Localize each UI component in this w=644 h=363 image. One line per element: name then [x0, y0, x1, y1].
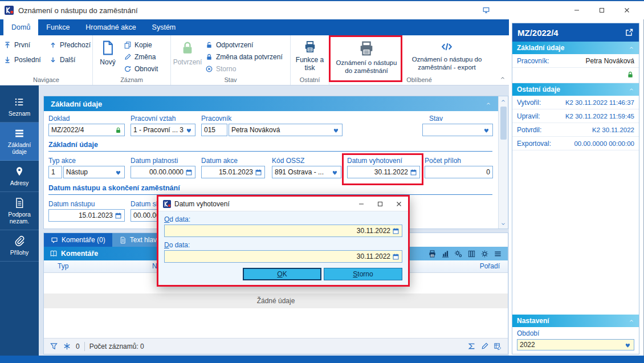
oznameni-print-button[interactable]: Oznámení o nástupu do zaměstnání	[332, 38, 401, 76]
sidebar-item-prilohy[interactable]: Přílohy	[0, 230, 39, 262]
functions-print-button[interactable]: Funkce a tisk	[292, 38, 328, 76]
next-button[interactable]: Další	[48, 55, 95, 65]
rp-section-ostatni[interactable]: Ostatní údaje	[512, 83, 639, 96]
text-document-icon	[119, 236, 127, 244]
copy-button[interactable]: Kopie	[123, 40, 159, 50]
kod-ossz-input[interactable]: 891 Ostrava - ...	[272, 166, 341, 178]
sidebar-item-seznam[interactable]: Seznam	[0, 91, 39, 123]
chevron-up-icon	[629, 87, 634, 92]
sum-icon[interactable]	[467, 342, 476, 350]
print-icon[interactable]	[428, 250, 437, 258]
asterisk-icon[interactable]	[63, 342, 71, 350]
pracovnik-name-input[interactable]: Petra Nováková	[229, 124, 343, 136]
minimize-button[interactable]	[564, 2, 589, 19]
pracovnik-code-input[interactable]: 015	[201, 124, 227, 136]
rp-row-pracovnik: Pracovník: Petra Nováková	[512, 54, 639, 68]
sidebar-item-zakladni-udaje[interactable]: Základní údaje	[0, 123, 39, 161]
app-window: Oznámení o nástupu do zaměstnání Domů Fu…	[0, 0, 644, 363]
column-typ[interactable]: Typ	[58, 262, 68, 270]
document-icon	[14, 197, 25, 209]
ribbon-group-oblibene: Oznámení o nástupu do zaměstnání Oznámen…	[329, 35, 509, 85]
pracovni-vztah-input[interactable]: 1 - Pracovní ... 31	[131, 124, 195, 136]
grid-edit-icon[interactable]	[494, 342, 502, 350]
dialog-maximize-button[interactable]	[370, 197, 389, 211]
calendar-icon[interactable]	[115, 212, 122, 219]
column-poradi[interactable]: Pořadí	[480, 262, 500, 270]
gears-icon[interactable]	[454, 250, 463, 258]
minimize-icon	[357, 200, 365, 208]
filter-funnel-icon[interactable]	[50, 342, 58, 350]
ribbon-collapse-button[interactable]	[500, 75, 506, 83]
lookup-icon[interactable]	[332, 127, 340, 134]
scroll-down-button[interactable]	[499, 219, 508, 229]
chart-icon[interactable]	[441, 250, 450, 258]
datum-platnosti-input[interactable]: 00.00.0000	[131, 166, 195, 178]
calendar-icon[interactable]	[255, 169, 262, 176]
calendar-icon[interactable]	[392, 227, 400, 235]
form-scrollbar[interactable]	[498, 96, 508, 229]
lookup-icon[interactable]	[185, 127, 193, 134]
previous-button[interactable]: Předchozí	[48, 40, 95, 50]
open-in-window-icon[interactable]	[625, 28, 634, 37]
od-data-input[interactable]: 30.11.2022	[164, 225, 402, 237]
tab-hromadne-akce[interactable]: Hromadné akce	[78, 19, 144, 35]
gear-icon[interactable]	[480, 250, 489, 258]
datum-akce-input[interactable]: 15.01.2023	[201, 166, 265, 178]
rp-section-zakladni[interactable]: Základní údaje	[512, 42, 639, 54]
pocet-priloh-input[interactable]: 0	[425, 166, 493, 178]
tab-domu[interactable]: Domů	[3, 19, 38, 35]
typ-akce-code-input[interactable]: 1	[48, 166, 62, 178]
datum-vyhotoveni-input[interactable]: 30.11.2022	[347, 166, 420, 178]
sidebar-label: Adresy	[10, 180, 29, 186]
dialog-minimize-button[interactable]	[352, 197, 370, 211]
edit-pencil-icon[interactable]	[480, 342, 489, 350]
stav-input[interactable]	[422, 124, 493, 136]
tab-komentare[interactable]: Komentáře (0)	[44, 233, 112, 247]
calendar-icon[interactable]	[392, 253, 400, 260]
scroll-up-button[interactable]	[499, 96, 508, 105]
dialog-close-button[interactable]	[389, 197, 408, 211]
oznameni-export-button[interactable]: Oznámení o nástupu do zaměstnání - expor…	[403, 38, 490, 76]
scrollbar-thumb[interactable]	[500, 107, 507, 140]
maximize-button[interactable]	[589, 2, 614, 19]
lookup-icon[interactable]	[624, 341, 631, 349]
storno-label: Storno	[324, 270, 402, 278]
refresh-label: Obnovit	[134, 65, 158, 73]
collapse-chevron-icon[interactable]	[486, 101, 491, 107]
new-button[interactable]: Nový	[93, 38, 123, 76]
typ-akce-input[interactable]: Nástup	[63, 166, 125, 178]
do-data-input[interactable]: 30.11.2022	[164, 250, 402, 263]
minimize-icon	[573, 6, 581, 14]
rp-label: Upravil:	[517, 112, 540, 120]
last-button[interactable]: Poslední	[2, 55, 48, 65]
first-button[interactable]: První	[2, 40, 48, 50]
ok-button[interactable]: OK	[243, 268, 321, 280]
lookup-icon[interactable]	[331, 169, 339, 176]
sidebar-item-podpora-nezam[interactable]: Podpora nezam.	[0, 192, 39, 230]
storno-dialog-button[interactable]: Storno	[324, 268, 402, 280]
close-button[interactable]	[614, 2, 639, 19]
tab-funkce[interactable]: Funkce	[38, 19, 78, 35]
unconfirm-button[interactable]: Odpotvrzení	[204, 40, 284, 50]
datum-nastupu-input[interactable]: 15.01.2023	[48, 209, 125, 222]
pracovni-vztah-value: 1 - Pracovní ... 31	[133, 126, 184, 134]
empty-row: Žádné údaje	[44, 293, 508, 308]
refresh-button[interactable]: Obnovit	[123, 64, 159, 74]
lookup-icon[interactable]	[115, 169, 122, 176]
sidebar-item-adresy[interactable]: Adresy	[0, 161, 39, 192]
storno-button[interactable]: Storno	[204, 64, 284, 74]
change-confirm-date-button[interactable]: Změna data potvrzení	[204, 52, 284, 62]
section-zakladni-udaje: Základní údaje	[48, 141, 492, 152]
doklad-input[interactable]: MZ/2022/4	[48, 124, 125, 136]
dialog-buttons: OK Storno	[164, 268, 402, 280]
calendar-icon[interactable]	[410, 169, 417, 176]
calendar-icon[interactable]	[185, 169, 193, 176]
columns-icon[interactable]	[467, 250, 476, 258]
rp-section-nastaveni[interactable]: Nastavení	[512, 315, 639, 327]
lookup-icon[interactable]	[483, 127, 490, 134]
confirm-button[interactable]: Potvrzení	[171, 38, 204, 76]
menu-icon[interactable]	[494, 250, 502, 258]
tab-system[interactable]: Systém	[144, 19, 184, 35]
change-button[interactable]: Změna	[123, 52, 159, 62]
obdobi-input[interactable]: 2022	[517, 339, 634, 350]
